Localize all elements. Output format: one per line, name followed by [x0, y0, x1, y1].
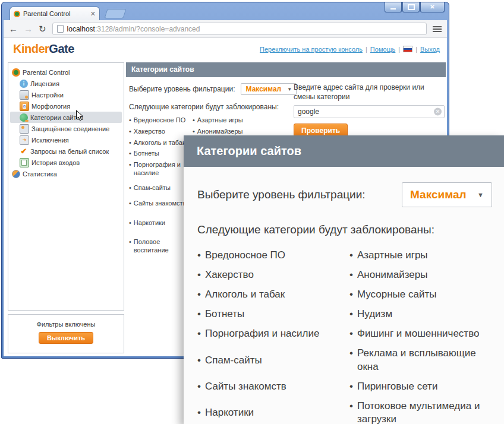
- category-item: •Половое воспитание: [129, 238, 190, 255]
- category-item-label: Ботнеты: [134, 150, 159, 158]
- reload-icon[interactable]: ↻: [39, 24, 46, 33]
- forward-icon[interactable]: →: [24, 24, 33, 33]
- logout-link[interactable]: Выход: [420, 46, 440, 53]
- url-text: localhost:3128/admin/?console=advanced: [67, 25, 200, 33]
- sidebar-item-exceptions[interactable]: Исключения: [10, 134, 122, 145]
- overlay-filter-level-row: Выберите уровень фильтрации: Максимал ▼: [197, 182, 492, 207]
- switch-console-link[interactable]: Переключить на простую консоль: [260, 46, 363, 53]
- category-item-label: Потоковое мультимедиа и загрузки: [357, 400, 492, 424]
- logo-gate: Gate: [49, 42, 74, 55]
- category-item-label: Хакерство: [134, 128, 165, 136]
- maximize-button[interactable]: [402, 2, 420, 12]
- divider: |: [398, 46, 400, 53]
- screen: Parental Control ✕ ✕ ← → ↻ localhost:312…: [0, 0, 504, 424]
- bullet-icon: •: [197, 288, 201, 301]
- sidebar-item-settings[interactable]: Настройки: [10, 89, 122, 100]
- url-path: :3128/admin/?console=advanced: [95, 25, 200, 33]
- check-site-panel: Введите адрес сайта для проверки или сме…: [294, 83, 445, 138]
- chevron-down-icon: ▼: [477, 191, 484, 198]
- category-item-label: Половое воспитание: [134, 238, 190, 255]
- category-item: •Мусорные сайты: [349, 288, 492, 301]
- category-item-label: Азартные игры: [357, 249, 428, 262]
- clear-input-icon[interactable]: ✕: [434, 108, 442, 116]
- minimize-button[interactable]: [385, 2, 402, 12]
- category-item: •Хакерство: [197, 268, 346, 281]
- sidebar-item-parental-control[interactable]: Parental Control: [10, 67, 122, 78]
- page-icon: [57, 25, 64, 33]
- divider: |: [366, 46, 367, 53]
- category-item: •Потоковое мультимедиа и загрузки: [349, 400, 492, 424]
- category-item-label: Порнография и насилие: [134, 161, 190, 178]
- minimize-icon: [390, 8, 396, 10]
- category-item: •Азартные игры: [193, 116, 270, 125]
- site-url-input[interactable]: [294, 105, 445, 118]
- check-site-field: ✕: [294, 105, 445, 118]
- sidebar-item-label: Исключения: [32, 137, 69, 144]
- category-item-label: Спам-сайты: [205, 354, 262, 367]
- category-item-label: Наркотики: [205, 406, 254, 419]
- category-item-label: Вредоносное ПО: [205, 249, 285, 262]
- overlay-body: Выберите уровень фильтрации: Максимал ▼ …: [184, 167, 504, 424]
- bullet-icon: •: [129, 219, 131, 227]
- category-item: •Ботнеты: [197, 308, 346, 321]
- category-item: •Вредоносное ПО: [197, 249, 346, 262]
- bullet-icon: •: [193, 128, 195, 136]
- category-item: •Ботнеты: [129, 150, 190, 158]
- help-link[interactable]: Помощь: [370, 46, 396, 53]
- category-item-label: Спам-сайты: [134, 184, 171, 192]
- back-icon[interactable]: ←: [9, 24, 18, 33]
- bullet-icon: •: [129, 238, 131, 246]
- filter-level-dropdown[interactable]: Максимал ▼: [241, 83, 297, 95]
- overlay-filter-level-value: Максимал: [410, 188, 467, 201]
- statistics-icon: [12, 170, 20, 178]
- sidebar-item-morphology[interactable]: Морфология: [10, 100, 122, 112]
- overlay-filter-level-dropdown[interactable]: Максимал ▼: [402, 182, 492, 207]
- sidebar-item-secure-connection[interactable]: Защищённое соединение: [10, 123, 122, 134]
- tab-favicon-icon: [14, 11, 20, 17]
- navigation-tree: Parental ControlЛицензияНастройкиМорфоло…: [8, 62, 124, 311]
- sidebar-item-label: Статистика: [23, 170, 57, 178]
- category-item: •Порнография и насилие: [129, 161, 190, 178]
- category-item: •Пиринговые сети: [349, 380, 492, 393]
- category-item-label: Фишинг и мошенничество: [357, 327, 480, 340]
- category-item: •Нудизм: [349, 308, 492, 321]
- overlay-title-bar: Категории сайтов: [184, 135, 504, 167]
- sidebar-item-site-categories[interactable]: Категории сайтов: [10, 112, 122, 123]
- category-item: •Сайты знакомств: [129, 200, 190, 208]
- sidebar-item-login-history[interactable]: История входов: [10, 157, 122, 168]
- bullet-icon: •: [197, 268, 201, 281]
- mouse-cursor-icon: [75, 110, 84, 122]
- bullet-icon: •: [129, 116, 131, 125]
- category-item-label: Азартные игры: [197, 116, 243, 125]
- category-item-label: Ботнеты: [205, 308, 244, 321]
- category-item-label: Анонимайзеры: [197, 128, 243, 136]
- category-item: •Спам-сайты: [197, 354, 346, 367]
- address-bar[interactable]: localhost:3128/admin/?console=advanced: [52, 23, 427, 35]
- category-item-label: Сайты знакомств: [205, 380, 286, 393]
- bullet-icon: •: [197, 354, 201, 367]
- panel-title-bar: Категории сайтов: [126, 62, 446, 77]
- sidebar-item-label: Морфология: [32, 103, 70, 110]
- category-item-label: Сайты знакомств: [134, 200, 187, 208]
- category-item-label: Анонимайзеры: [357, 268, 427, 281]
- maximize-icon: [408, 4, 415, 10]
- sidebar-item-label: Настройки: [32, 91, 64, 99]
- sidebar-item-whitelist-requests[interactable]: Запросы на белый список: [10, 145, 122, 157]
- sidebar-item-statistics[interactable]: Статистика: [10, 168, 122, 179]
- browser-titlebar: Parental Control ✕ ✕: [4, 2, 447, 20]
- category-item: •Сайты знакомств: [197, 380, 346, 393]
- new-tab-button[interactable]: [104, 9, 126, 18]
- tab-title: Parental Control: [23, 10, 87, 17]
- filters-off-button[interactable]: Выключить: [39, 332, 93, 344]
- category-item: •Наркотики: [197, 406, 346, 419]
- category-item: •Наркотики: [129, 219, 190, 227]
- menu-icon[interactable]: [433, 26, 442, 32]
- category-item-label: Пиринговые сети: [357, 380, 437, 393]
- close-button[interactable]: ✕: [420, 2, 445, 12]
- browser-tab[interactable]: Parental Control ✕: [10, 7, 100, 20]
- tab-close-icon[interactable]: ✕: [90, 11, 96, 17]
- language-flag-icon[interactable]: [403, 46, 412, 52]
- sidebar-item-label: Защищённое соединение: [32, 125, 109, 132]
- sidebar-item-license[interactable]: Лицензия: [10, 78, 122, 89]
- bullet-icon: •: [197, 308, 201, 321]
